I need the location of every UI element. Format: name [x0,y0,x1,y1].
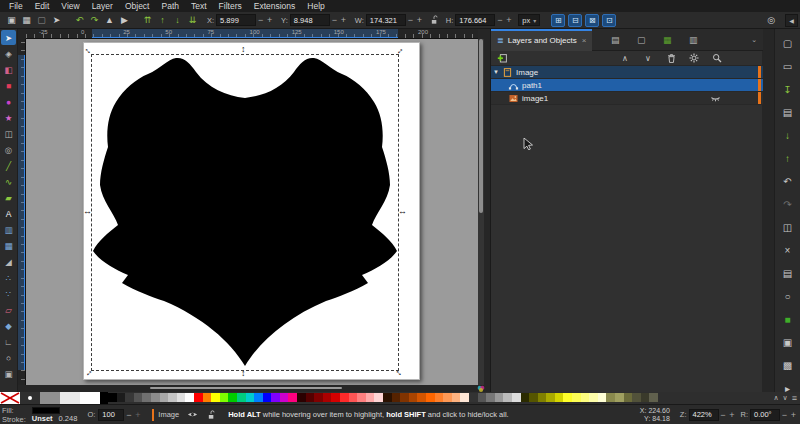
menu-item[interactable]: Text [185,0,213,12]
snap-bounding-box-button[interactable]: ⊞ [551,14,565,27]
tab-document-icon[interactable]: ▢ [628,35,654,45]
palette-swatch[interactable] [125,393,134,402]
layer-label[interactable]: Image [516,68,538,77]
eraser-tool[interactable]: ▱ [1,302,16,317]
width-input[interactable]: 174.321 [366,14,406,26]
deselect-icon[interactable]: ▢ [34,13,49,27]
menu-item[interactable]: Filters [213,0,248,12]
palette-swatch[interactable] [331,393,340,402]
shield-path-object[interactable] [92,55,398,368]
palette-swatch[interactable] [495,393,504,402]
palette-swatch[interactable] [20,392,40,404]
dropper-tool[interactable]: ◢ [1,254,16,269]
palette-swatch[interactable] [383,393,392,402]
spiral-tool[interactable]: ◎ [1,142,16,157]
palette-scroll-up-icon[interactable]: ∧ [773,394,778,402]
palette-swatch[interactable] [357,393,366,402]
palette-swatch[interactable] [228,393,237,402]
palette-swatch[interactable] [606,393,615,402]
calligraphy-tool[interactable]: ▰ [1,190,16,205]
palette-swatch[interactable] [220,393,229,402]
rotation-increment-button[interactable]: + [789,410,798,420]
palette-scroll-down-icon[interactable]: ∨ [783,394,788,402]
palette-swatch[interactable] [288,393,297,402]
palette-swatch[interactable] [340,393,349,402]
x-increment-button[interactable]: + [265,15,274,25]
palette-swatch[interactable] [435,393,444,402]
zoom-drawing-icon[interactable]: ○ [780,288,796,304]
scale-handle-right[interactable]: ↔ [398,207,407,216]
delete-item-button[interactable] [665,52,677,64]
vertical-ruler[interactable] [18,39,26,385]
open-document-icon[interactable]: ▭ [780,58,796,74]
palette-swatch[interactable] [641,393,650,402]
duplicate-icon[interactable]: ▣ [780,334,796,350]
zoom-increment-button[interactable]: + [728,410,737,420]
canvas-viewport[interactable]: ↕ ↕ ↔ ↔ ↔ ↔ ↔ ↔ [26,39,478,385]
unit-dropdown[interactable]: px ▾ [518,14,540,26]
selector-tool[interactable]: ➤ [1,30,16,45]
clone-icon[interactable]: ▩ [780,357,796,373]
height-increment-button[interactable]: + [504,15,513,25]
palette-swatch[interactable] [297,393,306,402]
palette-swatch[interactable] [314,393,323,402]
mesh-tool[interactable]: ▦ [1,238,16,253]
tab-export-icon[interactable]: ▥ [680,35,706,45]
height-input[interactable]: 176.664 [455,14,495,26]
palette-swatch[interactable] [203,393,212,402]
palette-swatch[interactable] [271,393,280,402]
spray-tool[interactable]: ∵ [1,286,16,301]
palette-swatch[interactable] [503,393,512,402]
redo-icon[interactable]: ↷ [780,196,796,212]
palette-swatch[interactable] [194,393,203,402]
opacity-decrement-button[interactable]: − [124,410,133,420]
palette-swatch[interactable] [598,393,607,402]
rotation-decrement-button[interactable]: − [780,410,789,420]
palette-swatch[interactable] [142,393,151,402]
scale-handle-left[interactable]: ↔ [83,207,92,216]
paste-icon[interactable]: ▤ [780,265,796,281]
palette-swatch[interactable] [349,393,358,402]
palette-swatch[interactable] [486,393,495,402]
new-document-icon[interactable]: ▢ [780,35,796,51]
height-decrement-button[interactable]: − [495,15,504,25]
object-label[interactable]: path1 [522,81,542,90]
add-layer-button[interactable] [497,52,509,64]
palette-swatch[interactable] [160,393,169,402]
hidden-eye-closed-icon[interactable] [710,93,721,104]
palette-swatch[interactable] [572,393,581,402]
rotation-input[interactable]: 0.00° [750,409,780,421]
move-up-button[interactable]: ∧ [619,52,631,64]
print-icon[interactable]: ▤ [780,104,796,120]
palette-swatch[interactable] [624,393,633,402]
width-increment-button[interactable]: + [415,15,424,25]
lock-ratio-icon[interactable] [429,15,439,25]
palette-swatch[interactable] [177,393,186,402]
palette-swatch[interactable] [246,393,255,402]
palette-swatch[interactable] [168,393,177,402]
palette-swatch[interactable] [555,393,564,402]
zoom-decrement-button[interactable]: − [719,410,728,420]
cut-icon[interactable]: × [780,242,796,258]
fill-stroke-icon[interactable]: ■ [780,311,796,327]
palette-swatch[interactable] [426,393,435,402]
expander-icon[interactable]: ▼ [491,69,501,75]
save-document-icon[interactable]: ↧ [780,81,796,97]
palette-swatch[interactable] [529,393,538,402]
palette-swatch[interactable] [632,393,641,402]
selection-bounding-box[interactable]: ↕ ↕ ↔ ↔ ↔ ↔ ↔ ↔ [92,55,398,370]
tab-fill-stroke-icon[interactable]: ▦ [654,35,680,45]
palette-swatch[interactable] [392,393,401,402]
close-tab-icon[interactable]: × [582,36,587,45]
export-icon[interactable]: ↑ [780,150,796,166]
horizontal-scrollbar[interactable] [26,385,478,392]
palette-swatch[interactable] [40,392,60,404]
menu-item[interactable]: View [55,0,85,12]
raise-to-top-icon[interactable]: ⇈ [140,13,155,27]
palette-swatch[interactable] [80,392,100,404]
palette-swatch[interactable] [280,393,289,402]
node-tool[interactable]: ◈ [1,46,16,61]
flip-vertical-icon[interactable]: ▶ [117,13,132,27]
box-3d-tool[interactable]: ◫ [1,126,16,141]
flip-horizontal-icon[interactable]: ▲ [102,13,117,27]
